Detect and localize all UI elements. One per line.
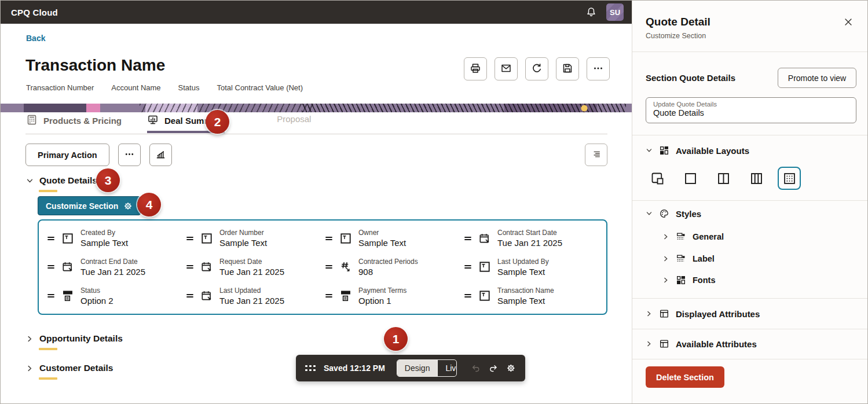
styles-item-label: Fonts	[693, 276, 715, 285]
panel-divider	[632, 298, 868, 299]
delete-section-button[interactable]: Delete Section	[646, 366, 724, 388]
drag-handle-icon[interactable]	[186, 292, 194, 300]
displayed-attributes-header[interactable]: Displayed Attributes	[646, 308, 760, 319]
styles-general-item[interactable]: General	[662, 232, 724, 242]
drag-handle-icon[interactable]	[186, 234, 194, 243]
field-label: Status	[80, 287, 113, 295]
callout-badge-4: 4	[137, 193, 161, 216]
header-actions	[464, 57, 610, 80]
analytics-button[interactable]	[149, 144, 172, 166]
layout-one-column-option[interactable]	[679, 167, 702, 190]
field-value: Option 2	[80, 296, 113, 306]
drag-handle-icon[interactable]	[47, 234, 55, 243]
avatar[interactable]: SU	[606, 3, 624, 21]
customer-details-header[interactable]: Customer Details	[26, 363, 113, 373]
tab-proposal[interactable]: Proposal	[277, 114, 311, 130]
displayed-attributes-label: Displayed Attributes	[676, 309, 760, 319]
app-title: CPQ Cloud	[11, 8, 58, 17]
quote-details-field-grid[interactable]: Created BySample Text Order NumberSample…	[38, 219, 607, 315]
panel-divider	[632, 135, 868, 135]
more-options-button[interactable]	[118, 144, 141, 166]
field-label: Contract End Date	[80, 258, 145, 266]
save-button[interactable]	[556, 57, 579, 80]
field-card[interactable]: Order NumberSample Text	[184, 224, 323, 253]
main-area: CPQ Cloud SU Back Transaction Name Trans…	[1, 1, 632, 404]
close-icon[interactable]	[843, 17, 854, 27]
text-field-icon	[339, 232, 352, 245]
field-card[interactable]: Contract Start DateTue Jan 21 2025	[462, 224, 600, 253]
panel-subtitle: Customize Section	[646, 32, 706, 40]
drag-handle-icon[interactable]	[464, 263, 472, 271]
field-card[interactable]: OwnerSample Text	[323, 224, 462, 253]
field-card[interactable]: Request DateTue Jan 21 2025	[184, 253, 323, 282]
field-label: Last Updated	[219, 287, 284, 295]
drag-dots-icon[interactable]	[305, 365, 316, 372]
available-attributes-header[interactable]: Available Attributes	[646, 339, 757, 349]
drag-handle-icon[interactable]	[47, 263, 55, 271]
quote-details-header[interactable]: Quote Details	[26, 175, 97, 186]
layout-align-button[interactable]	[585, 144, 607, 166]
redo-icon[interactable]	[489, 362, 499, 374]
primary-action-button[interactable]: Primary Action	[25, 144, 109, 166]
styles-header[interactable]: Styles	[646, 208, 701, 219]
promote-to-view-button[interactable]: Promote to view	[778, 68, 856, 88]
refresh-button[interactable]	[525, 57, 548, 80]
field-value: 908	[358, 267, 418, 277]
field-label: Owner	[358, 229, 406, 237]
section-title-input[interactable]: Update Quote Details Quote Details	[646, 97, 856, 123]
toggle-design[interactable]: Design	[397, 360, 438, 376]
gear-icon[interactable]	[506, 362, 516, 374]
field-card[interactable]: Last Updated BySample Text	[462, 253, 600, 282]
field-card[interactable]: StatusOption 2	[45, 281, 184, 310]
app-screen: CPQ Cloud SU Back Transaction Name Trans…	[0, 0, 868, 404]
field-card[interactable]: Last UpdatedTue Jan 21 2025	[184, 281, 323, 310]
field-card[interactable]: Payment TermsOption 1	[323, 281, 462, 310]
chevron-down-icon	[646, 210, 653, 217]
field-card[interactable]: Contract End DateTue Jan 21 2025	[45, 253, 184, 282]
layout-two-column-option[interactable]	[712, 167, 735, 190]
styles-fonts-item[interactable]: Fonts	[662, 275, 715, 285]
available-layouts-header[interactable]: Available Layouts	[646, 145, 749, 156]
callout-badge-3: 3	[96, 168, 120, 192]
customize-section-button[interactable]: Customize Section	[38, 196, 141, 215]
email-button[interactable]	[495, 57, 518, 80]
drag-handle-icon[interactable]	[325, 234, 333, 243]
chevron-right-icon	[26, 335, 34, 343]
opportunity-details-header[interactable]: Opportunity Details	[26, 333, 123, 344]
chevron-right-icon	[646, 340, 653, 347]
transaction-meta: Transaction Number Account Name Status T…	[26, 83, 303, 92]
drag-handle-icon[interactable]	[186, 263, 194, 271]
field-value: Sample Text	[80, 238, 128, 248]
meta-status: Status	[178, 83, 200, 92]
drag-handle-icon[interactable]	[464, 234, 472, 243]
drag-handle-icon[interactable]	[464, 292, 472, 300]
toggle-live[interactable]: Live	[438, 360, 456, 376]
section-accent	[39, 348, 57, 350]
tab-products-pricing[interactable]: Products & Pricing	[26, 114, 122, 133]
layout-overflow-option[interactable]	[646, 167, 669, 190]
ellipsis-icon	[124, 149, 135, 161]
more-icon	[592, 63, 604, 76]
drag-handle-icon[interactable]	[325, 263, 333, 271]
text-field-icon	[478, 289, 491, 302]
field-card[interactable]: Transaction NameSample Text	[462, 281, 600, 310]
input-label: Update Quote Details	[653, 101, 849, 108]
gear-icon	[123, 201, 133, 211]
input-value: Quote Details	[653, 108, 849, 117]
styles-label-item[interactable]: Label	[662, 254, 715, 264]
field-card[interactable]: Contracted Periods908	[323, 253, 462, 282]
refresh-icon	[531, 63, 543, 76]
undo-icon[interactable]	[471, 362, 481, 374]
layout-three-column-option[interactable]	[745, 167, 768, 190]
date-field-icon	[61, 260, 74, 273]
chevron-right-icon	[662, 277, 669, 284]
drag-handle-icon[interactable]	[325, 292, 333, 300]
print-button[interactable]	[464, 57, 487, 80]
more-actions-button[interactable]	[587, 57, 610, 80]
back-link[interactable]: Back	[26, 34, 45, 43]
layout-grid-option-selected[interactable]	[778, 167, 801, 190]
field-value: Tue Jan 21 2025	[497, 238, 562, 248]
drag-handle-icon[interactable]	[47, 292, 55, 300]
bell-icon[interactable]	[585, 6, 597, 18]
field-card[interactable]: Created BySample Text	[45, 224, 184, 253]
